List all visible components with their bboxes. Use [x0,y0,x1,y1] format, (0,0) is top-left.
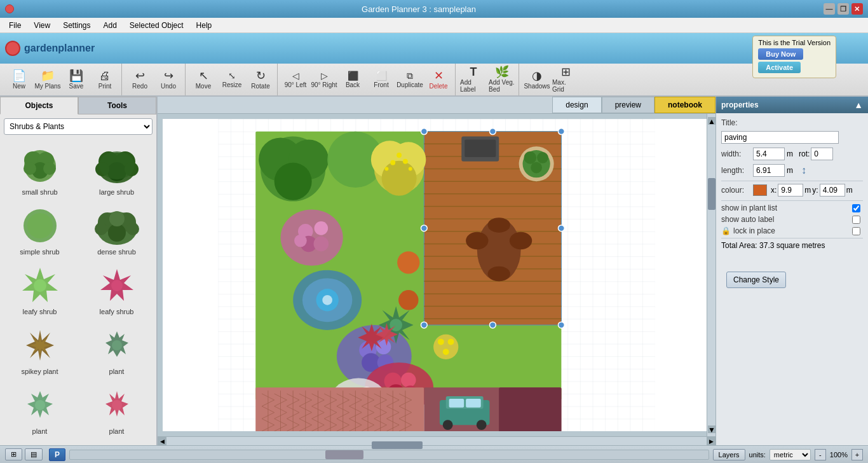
list-item[interactable]: leafy shrub [3,261,77,318]
properties-header: properties ▲ [716,97,868,113]
svg-point-124 [477,420,487,430]
zoom-out-button[interactable]: - [815,449,826,460]
menu-selected-object[interactable]: Selected Object [123,20,190,31]
my-plans-button[interactable]: 📁 My Plans [34,66,62,93]
category-dropdown[interactable]: Shrubs & Plants Trees Flowers Ground Cov… [4,118,153,135]
rotate-left-button[interactable]: ◁ 90° Left [281,66,309,93]
colour-picker[interactable] [753,184,767,196]
close-button[interactable]: ✕ [851,3,863,15]
show-plant-checkbox[interactable] [852,204,860,212]
auto-label-checkbox[interactable] [852,216,860,224]
add-veg-button[interactable]: 🌿 Add Veg. Bed [488,66,516,93]
object-icon-plant-3 [92,383,142,427]
max-grid-icon: ⊞ [561,66,571,78]
menu-file[interactable]: File [3,20,27,31]
colour-label: colour: [721,186,753,195]
list-item[interactable]: leafy shrub [79,261,154,318]
add-label-button[interactable]: T Add Label [459,66,487,93]
garden-canvas[interactable] [163,119,710,431]
grid-view-button[interactable]: ⊞ [5,448,22,460]
max-grid-button[interactable]: ⊞ Max. Grid [552,66,580,93]
hscroll-main-thumb[interactable] [325,450,363,459]
list-item[interactable]: small shrub [3,141,77,198]
zoom-in-button[interactable]: + [851,449,863,460]
svg-point-21 [109,211,125,226]
list-view-button[interactable]: ▤ [25,448,43,460]
svg-point-24 [112,340,122,350]
minimize-button[interactable]: — [824,3,835,15]
move-button[interactable]: ↖ Move [189,66,217,93]
list-item[interactable]: spikey plant [3,321,77,378]
save-button[interactable]: 💾 Save [62,66,90,93]
menu-settings[interactable]: Settings [57,20,97,31]
shadows-button[interactable]: ◑ Shadows [523,66,551,93]
maximize-button[interactable]: ❐ [837,3,849,15]
width-unit: m [787,149,793,158]
menu-bar: File View Settings Add Selected Object H… [0,18,868,33]
tab-tools[interactable]: Tools [78,97,156,114]
units-select[interactable]: metric imperial [770,449,811,460]
undo-button[interactable]: ↪ Undo [154,66,182,93]
svg-rect-121 [449,399,465,408]
list-item[interactable]: plant [79,321,154,378]
rot-input[interactable] [811,148,833,160]
object-label-large-shrub: large shrub [99,188,134,196]
trial-badge: This is the Trial Version Buy Now Activa… [752,36,836,78]
main-area: Objects Tools Shrubs & Plants Trees Flow… [0,97,868,445]
hscroll-thumb[interactable] [372,441,423,449]
title-input[interactable] [721,131,839,144]
redo-button[interactable]: ↩ Redo [126,66,154,93]
list-item[interactable]: dense shrub [79,201,154,258]
activate-button[interactable]: Activate [758,62,801,73]
tab-design[interactable]: design [552,97,601,113]
close-traffic-light[interactable] [5,4,14,13]
rotate-button[interactable]: ↻ Rotate [247,66,275,93]
new-button[interactable]: 📄 New [5,66,33,93]
rotate-right-button[interactable]: ▷ 90° Right [310,66,338,93]
vertical-scrollbar[interactable]: ▲ ▼ [707,114,715,436]
svg-point-80 [409,167,412,171]
buy-now-button[interactable]: Buy Now [758,48,803,60]
width-input[interactable] [753,148,785,160]
center-area: design preview notebook [158,97,715,445]
duplicate-icon: ⧉ [407,71,413,80]
length-input[interactable] [753,164,785,177]
front-button[interactable]: ⬜ Front [367,66,395,93]
rotate-left-label: 90° Left [285,81,307,88]
duplicate-label: Duplicate [397,81,423,88]
menu-help[interactable]: Help [190,20,219,31]
vscroll-thumb[interactable] [708,178,715,210]
print-button[interactable]: 🖨 Print [91,66,119,93]
toolbar-group-history: ↩ Redo ↪ Undo [123,64,186,95]
list-item[interactable]: plant [3,380,77,438]
menu-view[interactable]: View [27,20,57,31]
x-input[interactable] [778,184,803,197]
horizontal-main-scrollbar[interactable] [69,450,709,460]
back-button[interactable]: ⬛ Back [339,66,367,93]
duplicate-button[interactable]: ⧉ Duplicate [396,66,424,93]
tab-notebook[interactable]: notebook [654,97,715,113]
scroll-left-button[interactable]: ◀ [158,437,166,446]
resize-button[interactable]: ⤡ Resize [218,66,246,93]
add-veg-label: Add Veg. Bed [489,79,515,93]
scroll-up-button[interactable]: ▲ [708,117,715,125]
objects-grid: small shrub large shrub [0,139,156,445]
scroll-right-button[interactable]: ▶ [707,437,715,446]
tab-preview[interactable]: preview [602,97,654,113]
logo-area: gardenplanner [5,41,95,56]
list-item[interactable]: plant [79,380,154,438]
lock-checkbox[interactable] [852,227,860,235]
layers-button[interactable]: Layers [713,449,745,460]
canvas-area[interactable]: ▲ ▼ [158,114,715,436]
horizontal-scrollbar[interactable]: ◀ ▶ [158,436,715,445]
y-input[interactable] [820,184,845,197]
list-item[interactable]: simple shrub [3,201,77,258]
menu-add[interactable]: Add [97,20,123,31]
change-style-button[interactable]: Change Style [726,272,786,288]
toolbar-group-transform: ↖ Move ⤡ Resize ↻ Rotate [187,64,278,95]
scroll-down-button[interactable]: ▼ [708,425,715,433]
list-item[interactable]: large shrub [79,141,154,198]
delete-button[interactable]: ✕ Delete [424,66,452,93]
tab-objects[interactable]: Objects [0,97,78,114]
p-button[interactable]: P [49,448,65,461]
